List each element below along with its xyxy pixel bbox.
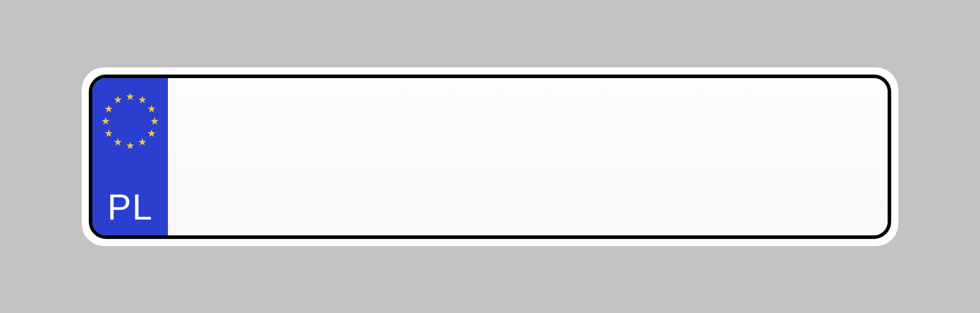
license-plate: ★★★★★★★★★★★★ PL	[82, 67, 898, 246]
eu-star-icon: ★	[104, 104, 113, 113]
eu-star-icon: ★	[150, 116, 159, 126]
eu-band: ★★★★★★★★★★★★ PL	[92, 78, 168, 235]
eu-star-icon: ★	[126, 141, 135, 150]
eu-star-icon: ★	[147, 129, 156, 138]
eu-star-icon: ★	[138, 95, 147, 104]
eu-star-icon: ★	[126, 92, 135, 101]
eu-star-icon: ★	[113, 95, 122, 104]
country-code: PL	[107, 189, 153, 228]
eu-stars-icon: ★★★★★★★★★★★★	[100, 90, 161, 152]
eu-star-icon: ★	[147, 104, 156, 113]
eu-star-icon: ★	[104, 129, 113, 138]
license-plate-inner: ★★★★★★★★★★★★ PL	[89, 75, 891, 239]
eu-star-icon: ★	[101, 116, 110, 126]
eu-star-icon: ★	[113, 137, 122, 147]
eu-star-icon: ★	[138, 137, 147, 147]
registration-field	[168, 78, 888, 235]
